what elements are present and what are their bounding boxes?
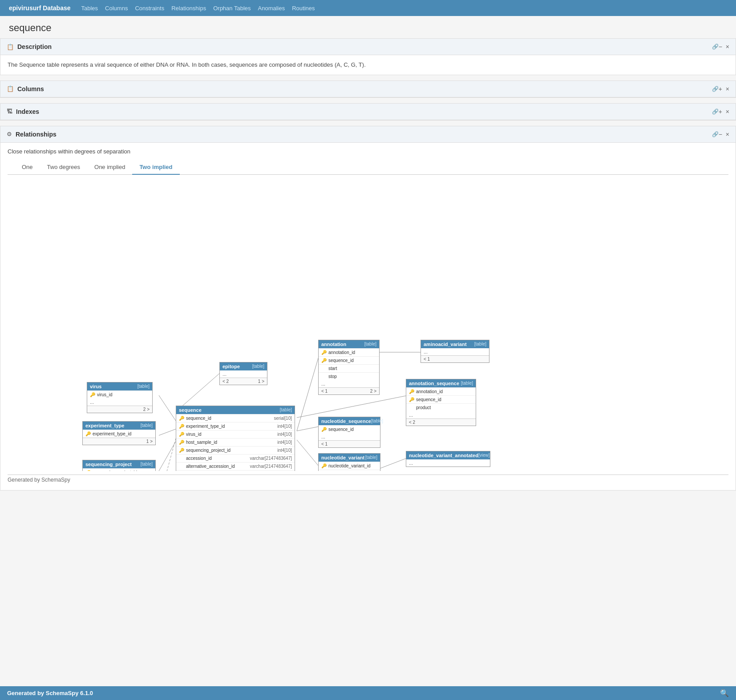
description-text: The Sequence table represents a viral se…	[8, 60, 728, 69]
description-title: Description	[17, 43, 710, 50]
nav-anomalies[interactable]: Anomalies	[258, 5, 285, 12]
indexes-add[interactable]: +	[719, 108, 722, 115]
er-table-epitope-header: epitope [table]	[220, 362, 267, 370]
columns-close[interactable]: ×	[726, 85, 729, 93]
er-row: 🔑sequence_id	[319, 425, 380, 433]
relationships-controls: − ×	[719, 131, 729, 138]
indexes-icon: 🏗	[7, 108, 12, 115]
er-dots: ...	[220, 370, 267, 378]
columns-header[interactable]: 📋 Columns 🔗 + ×	[0, 81, 736, 97]
svg-line-7	[159, 440, 177, 471]
er-row: 🔑experiment_type_idint4[10]	[176, 422, 295, 430]
er-row: 🔑virus_idint4[10]	[176, 430, 295, 438]
er-table-nucleotide-sequence: nucleotide_sequence [table] 🔑sequence_id…	[318, 417, 380, 448]
er-row: 🔑sequencing_project_id	[83, 468, 155, 471]
er-row: product	[406, 403, 476, 411]
pk-icon: 🔑	[179, 416, 184, 421]
er-table-experiment-type-header: experiment_type [table]	[83, 422, 155, 430]
er-row: 🔑sequencing_project_idint4[10]	[176, 446, 295, 454]
er-row: 🔑sequence_id	[406, 395, 476, 403]
description-link-icon[interactable]: 🔗	[712, 44, 719, 50]
er-footer: < 1	[319, 440, 380, 447]
er-table-annotation-sequence: annotation_sequence [table] 🔑annotation_…	[406, 379, 476, 426]
fk-icon: 🔑	[179, 432, 184, 437]
description-section: 📋 Description 🔗 − × The Sequence table r…	[0, 38, 736, 75]
tab-one[interactable]: One	[15, 160, 40, 175]
er-row: 🔑experiment_type_id	[83, 430, 155, 438]
er-table-nucleotide-sequence-header: nucleotide_sequence [table]	[319, 417, 380, 425]
description-controls: − ×	[719, 43, 729, 50]
relationships-icon: ⚙	[7, 131, 12, 137]
relationships-section: ⚙ Relationships 🔗 − × Close relationship…	[0, 126, 736, 491]
seq-table-name: sequence	[179, 407, 202, 413]
nav-tables[interactable]: Tables	[81, 5, 98, 12]
er-row: 🔑annotation_id	[406, 387, 476, 395]
columns-icon: 📋	[7, 85, 14, 92]
description-close[interactable]: ×	[726, 43, 729, 50]
svg-line-6	[159, 429, 177, 435]
er-table-annotation-sequence-header: annotation_sequence [table]	[406, 379, 476, 387]
seq-table-type: [table]	[280, 407, 292, 413]
er-table-nva-header: nucleotide_variant_annotated [view]	[406, 451, 490, 459]
nav-constraints[interactable]: Constraints	[135, 5, 164, 12]
relationships-generated-text: Generated by SchemaSpy	[8, 475, 728, 485]
description-header[interactable]: 📋 Description 🔗 − ×	[0, 39, 736, 55]
er-footer: 2 >	[87, 406, 152, 413]
indexes-link-icon[interactable]: 🔗	[712, 109, 719, 115]
er-dots: ...	[319, 433, 380, 440]
er-footer: 1 >	[83, 438, 155, 445]
nav-columns[interactable]: Columns	[105, 5, 128, 12]
relationships-header[interactable]: ⚙ Relationships 🔗 − ×	[0, 126, 736, 143]
er-row: start	[319, 364, 379, 372]
relationships-close[interactable]: ×	[726, 131, 729, 138]
svg-line-10	[379, 458, 408, 469]
columns-add[interactable]: +	[719, 85, 722, 93]
er-dots: ...	[406, 459, 490, 467]
er-table-annotation-header: annotation [table]	[319, 340, 379, 348]
er-table-aminoacid-variant-header: aminoacid_variant [table]	[421, 340, 489, 348]
indexes-title: Indexes	[16, 108, 710, 115]
relationships-link-icon[interactable]: 🔗	[712, 131, 719, 137]
description-minimize[interactable]: −	[719, 43, 722, 50]
brand: epivirusurf Database	[9, 4, 71, 12]
er-row: 🔑sequence_idserial[10]	[176, 414, 295, 422]
er-table-experiment-type: experiment_type [table] 🔑experiment_type…	[82, 421, 156, 445]
nav-relationships[interactable]: Relationships	[171, 5, 206, 12]
svg-line-5	[159, 395, 177, 422]
er-table-sequencing-project: sequencing_project [table] 🔑sequencing_p…	[82, 460, 156, 471]
nav-orphan-tables[interactable]: Orphan Tables	[213, 5, 251, 12]
svg-line-3	[297, 395, 408, 418]
description-body: The Sequence table represents a viral se…	[0, 55, 736, 75]
er-table-nucleotide-variant-annotated: nucleotide_variant_annotated [view] ...	[406, 451, 490, 467]
er-table-nucleotide-variant: nucleotide_variant [table] 🔑nucleotide_v…	[318, 453, 380, 471]
er-row: strain_namevarchar[2147483647]	[176, 470, 295, 471]
er-table-sequence-header: sequence [table]	[176, 406, 295, 414]
relationships-minimize[interactable]: −	[719, 131, 722, 138]
er-table-virus-header: virus [table]	[87, 382, 152, 390]
er-table-sequence: sequence [table] 🔑sequence_idserial[10] …	[176, 406, 295, 471]
fk-icon: 🔑	[179, 424, 184, 429]
indexes-header[interactable]: 🏗 Indexes 🔗 + ×	[0, 104, 736, 120]
er-footer: < 1	[421, 355, 489, 362]
indexes-close[interactable]: ×	[726, 108, 729, 115]
columns-link-icon[interactable]: 🔗	[712, 86, 719, 92]
relationships-title: Relationships	[16, 131, 710, 138]
tab-two-degrees[interactable]: Two degrees	[40, 160, 87, 175]
top-nav: epivirusurf Database Tables Columns Cons…	[0, 0, 736, 16]
er-dots: ...	[421, 348, 489, 355]
er-table-sequencing-project-header: sequencing_project [table]	[83, 460, 155, 468]
er-dots: ...	[319, 380, 379, 387]
indexes-controls: + ×	[719, 108, 729, 115]
er-footer: < 2	[406, 418, 476, 426]
er-row: 🔑sequence_id	[319, 356, 379, 364]
relationships-body: Close relationships within degrees of se…	[0, 143, 736, 490]
indexes-section: 🏗 Indexes 🔗 + ×	[0, 103, 736, 121]
er-table-aminoacid-variant: aminoacid_variant [table] ... < 1	[421, 340, 489, 363]
tab-one-implied[interactable]: One implied	[87, 160, 132, 175]
nav-routines[interactable]: Routines	[292, 5, 315, 12]
er-row: 🔑annotation_id	[319, 348, 379, 356]
er-row: alternative_accession_idvarchar[21474836…	[176, 462, 295, 470]
columns-controls: + ×	[719, 85, 729, 93]
tab-two-implied[interactable]: Two implied	[132, 160, 179, 175]
columns-section: 📋 Columns 🔗 + ×	[0, 80, 736, 98]
